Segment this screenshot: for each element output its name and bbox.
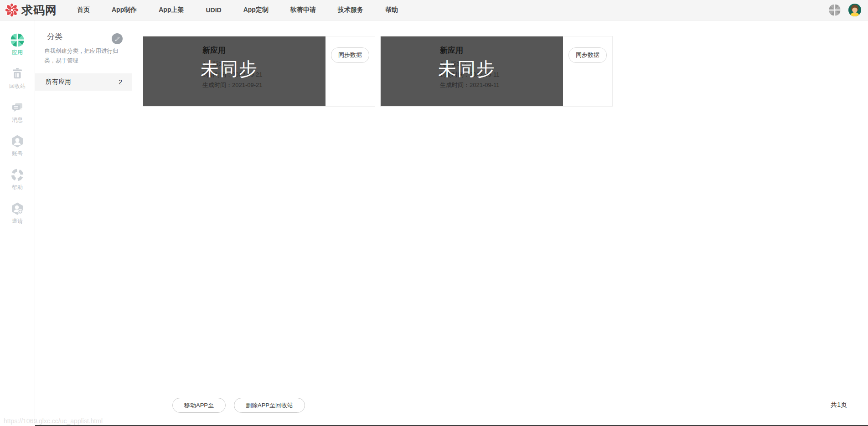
app-card-actions: 同步数据 <box>563 36 612 106</box>
category-title: 分类 <box>47 31 123 42</box>
bulk-actions: 移动APP至 删除APP至回收站 <box>172 398 305 413</box>
browser-status-url: https://1069.glxc.cc/uc_applist.html <box>4 417 103 425</box>
nav-item-home[interactable]: 首页 <box>77 6 90 14</box>
sidebar-item-help[interactable]: 帮助 <box>10 168 24 191</box>
category-panel: 分类 自我创建分类，把应用进行归类，易于管理 所有应用 2 <box>35 21 132 426</box>
logo-text: 求码网 <box>21 3 57 18</box>
sidebar-item-invite[interactable]: 邀请 <box>10 202 24 225</box>
sync-data-button[interactable]: 同步数据 <box>568 47 607 63</box>
app-card-overlay-area: 新应用 App版本： 到期时间：2022-09-11 生成时间：2021-09-… <box>381 36 563 106</box>
nav-item-app-publish[interactable]: App上架 <box>159 6 184 14</box>
app-card[interactable]: 新应用 App版本： 到期时间：2022-09-21 生成时间：2021-09-… <box>143 36 375 107</box>
pinwheel-apps-icon <box>10 33 24 47</box>
sidebar-label-messages: 消息 <box>12 116 23 124</box>
app-card-overlay-area: 新应用 App版本： 到期时间：2022-09-21 生成时间：2021-09-… <box>143 36 326 106</box>
user-avatar[interactable] <box>848 4 861 16</box>
delete-app-button[interactable]: 删除APP至回收站 <box>234 398 305 413</box>
sidebar-label-account: 账号 <box>12 150 23 158</box>
move-app-button[interactable]: 移动APP至 <box>172 398 226 413</box>
nav-item-copyright[interactable]: 软著申请 <box>290 6 316 14</box>
app-card-list: 新应用 App版本： 到期时间：2022-09-21 生成时间：2021-09-… <box>143 36 613 107</box>
left-icon-rail: 应用 回收站 消息 <box>0 21 35 426</box>
trash-icon <box>10 67 24 81</box>
category-item-count: 2 <box>119 78 122 86</box>
chat-icon <box>10 101 24 114</box>
invite-icon <box>10 202 24 216</box>
site-logo[interactable]: 求码网 <box>5 3 57 18</box>
lifebuoy-icon <box>10 168 24 182</box>
nav-item-app-make[interactable]: App制作 <box>112 6 137 14</box>
nav-item-help[interactable]: 帮助 <box>385 6 398 14</box>
sidebar-label-apps: 应用 <box>12 49 23 56</box>
sidebar-item-account[interactable]: 账号 <box>10 134 24 158</box>
top-navbar: 求码网 首页 App制作 App上架 UDID App定制 软著申请 技术服务 … <box>0 0 868 21</box>
sidebar-label-help: 帮助 <box>12 184 23 191</box>
app-name: 新应用 <box>202 45 326 56</box>
apps-grid-icon[interactable] <box>829 4 841 16</box>
category-description: 自我创建分类，把应用进行归类，易于管理 <box>44 46 123 66</box>
pencil-icon <box>114 36 120 42</box>
sidebar-item-apps[interactable]: 应用 <box>10 33 24 56</box>
nav-item-udid[interactable]: UDID <box>206 6 221 14</box>
app-card-actions: 同步数据 <box>326 36 375 106</box>
app-name: 新应用 <box>440 45 563 56</box>
sidebar-item-recycle[interactable]: 回收站 <box>9 67 26 90</box>
page-total: 共1页 <box>831 401 847 409</box>
nav-item-app-custom[interactable]: App定制 <box>243 6 269 14</box>
unsynced-overlay-text: 未同步 <box>201 56 258 82</box>
nav-item-tech-service[interactable]: 技术服务 <box>338 6 363 14</box>
unsynced-overlay-text: 未同步 <box>438 56 496 82</box>
logo-flower-icon <box>5 3 19 17</box>
sidebar-label-recycle: 回收站 <box>9 82 26 90</box>
sync-data-button[interactable]: 同步数据 <box>331 47 369 63</box>
edit-category-button[interactable] <box>112 33 123 44</box>
sidebar-item-messages[interactable]: 消息 <box>10 101 24 124</box>
account-icon <box>10 134 24 148</box>
app-card[interactable]: 新应用 App版本： 到期时间：2022-09-11 生成时间：2021-09-… <box>380 36 613 107</box>
main-menu: 首页 App制作 App上架 UDID App定制 软著申请 技术服务 帮助 <box>77 6 420 14</box>
category-item-label: 所有应用 <box>46 78 119 86</box>
category-item-all-apps[interactable]: 所有应用 2 <box>35 73 132 91</box>
sidebar-label-invite: 邀请 <box>12 217 23 225</box>
